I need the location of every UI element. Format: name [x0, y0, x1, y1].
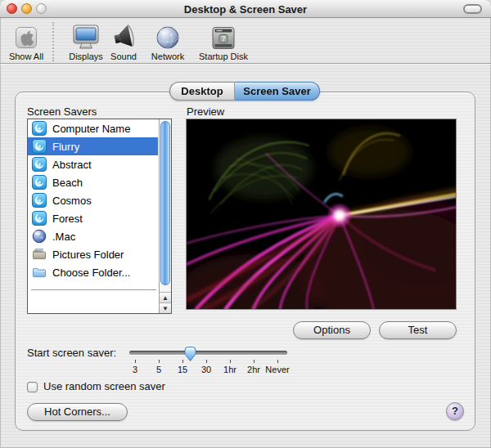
list-item-label: Cosmos — [52, 195, 92, 207]
tick — [206, 360, 207, 363]
tick-label-never: Never — [265, 365, 289, 374]
list-item-beach[interactable]: Beach — [28, 173, 158, 191]
scrollbar-down-arrow-icon[interactable]: ▼ — [160, 302, 171, 313]
swirl-icon — [32, 193, 47, 208]
flurry-preview-image — [187, 119, 456, 309]
list-item-label: Forest — [52, 213, 83, 225]
tick — [135, 360, 136, 363]
toolbar-item-network[interactable]: Network — [146, 20, 190, 61]
tick-label-3: 3 — [133, 365, 137, 374]
tab-desktop[interactable]: Desktop — [169, 82, 235, 101]
tick — [159, 360, 160, 363]
screensaver-delay-slider-track[interactable] — [129, 351, 287, 355]
slider-tick-marks: 3 5 15 30 1hr 2hr Never — [129, 360, 285, 376]
swirl-icon — [32, 175, 47, 190]
tick-label-2hr: 2hr — [247, 365, 260, 374]
options-button[interactable]: Options — [293, 321, 371, 339]
toolbar-item-sound[interactable]: Sound — [107, 20, 140, 61]
toolbar-item-displays[interactable]: Displays — [65, 20, 106, 61]
mac-globe-icon — [32, 229, 47, 244]
tick-label-5: 5 — [156, 365, 161, 374]
help-button[interactable]: ? — [446, 402, 464, 420]
list-item-abstract[interactable]: Abstract — [28, 155, 158, 173]
list-item-computer-name[interactable]: Computer Name — [28, 119, 158, 137]
preview-label: Preview — [187, 105, 224, 118]
list-item-dot-mac[interactable]: .Mac — [28, 227, 158, 245]
list-item-label: Beach — [52, 177, 83, 189]
list-item-choose-folder[interactable]: Choose Folder... — [28, 263, 158, 281]
globe-icon — [146, 20, 190, 51]
list-item-pictures-folder[interactable]: Pictures Folder — [28, 245, 158, 263]
screensaver-preview — [186, 119, 457, 310]
speaker-icon — [107, 20, 140, 51]
scrollbar-thumb[interactable] — [160, 121, 170, 285]
toolbar-item-startup-disk[interactable]: ? Startup Disk — [194, 20, 253, 61]
swirl-icon — [32, 157, 47, 172]
screen-saver-list: Computer Name Flurry Abstract Beach Cosm… — [27, 119, 172, 314]
toolbar-toggle-pill-button[interactable] — [463, 4, 482, 14]
startup-disk-icon: ? — [194, 20, 253, 51]
list-separator — [31, 289, 156, 290]
tab-bar: Desktop Screen Saver — [169, 82, 320, 101]
titlebar[interactable]: Desktop & Screen Saver — [0, 0, 491, 18]
pictures-folder-icon — [32, 247, 47, 262]
toolbar-item-show-all[interactable]: Show All — [3, 20, 49, 61]
tick — [230, 360, 231, 363]
window-title: Desktop & Screen Saver — [49, 3, 442, 16]
svg-text:?: ? — [221, 34, 225, 43]
tick-label-1hr: 1hr — [223, 365, 236, 374]
tick — [182, 360, 183, 363]
display-icon — [65, 20, 106, 51]
tick — [277, 360, 278, 363]
list-item-forest[interactable]: Forest — [28, 209, 158, 227]
zoom-button — [36, 3, 47, 14]
list-item-label: .Mac — [52, 231, 75, 243]
list-item-flurry[interactable]: Flurry — [28, 137, 158, 155]
blue-folder-icon — [32, 265, 47, 280]
toolbar-label-network: Network — [146, 52, 190, 61]
start-screen-saver-label: Start screen saver: — [27, 347, 116, 359]
list-item-label: Flurry — [52, 141, 79, 153]
toolbar-label-startup-disk: Startup Disk — [194, 52, 253, 61]
test-button[interactable]: Test — [379, 321, 457, 339]
use-random-checkbox-label: Use random screen saver — [43, 380, 165, 392]
list-item-label: Choose Folder... — [52, 267, 130, 279]
apple-icon — [3, 20, 49, 51]
list-item-label: Computer Name — [52, 123, 130, 135]
tick — [254, 360, 255, 363]
swirl-icon — [32, 211, 47, 226]
list-item-label: Abstract — [52, 159, 92, 171]
hot-corners-button[interactable]: Hot Corners... — [27, 403, 128, 421]
tick-label-15: 15 — [178, 365, 187, 374]
screen-savers-label: Screen Savers — [27, 105, 97, 118]
list-item-cosmos[interactable]: Cosmos — [28, 191, 158, 209]
minimize-button[interactable] — [21, 3, 32, 14]
tab-screen-saver[interactable]: Screen Saver — [235, 82, 320, 101]
toolbar-label-displays: Displays — [65, 52, 106, 61]
swirl-icon — [32, 139, 47, 154]
list-item-label: Pictures Folder — [52, 249, 124, 261]
tick-label-30: 30 — [201, 365, 211, 374]
desktop-screensaver-window: Desktop & Screen Saver Show All — [0, 0, 491, 448]
toolbar-label-show-all: Show All — [3, 52, 49, 61]
list-scrollbar[interactable]: ▲ ▼ — [159, 119, 171, 313]
toolbar-separator — [52, 22, 54, 61]
use-random-checkbox[interactable] — [27, 382, 38, 392]
close-button[interactable] — [7, 3, 17, 14]
swirl-icon — [32, 121, 47, 136]
scrollbar-up-arrow-icon[interactable]: ▲ — [160, 292, 171, 302]
toolbar-label-sound: Sound — [107, 52, 140, 61]
preferences-toolbar: Show All Displays — [0, 18, 491, 64]
